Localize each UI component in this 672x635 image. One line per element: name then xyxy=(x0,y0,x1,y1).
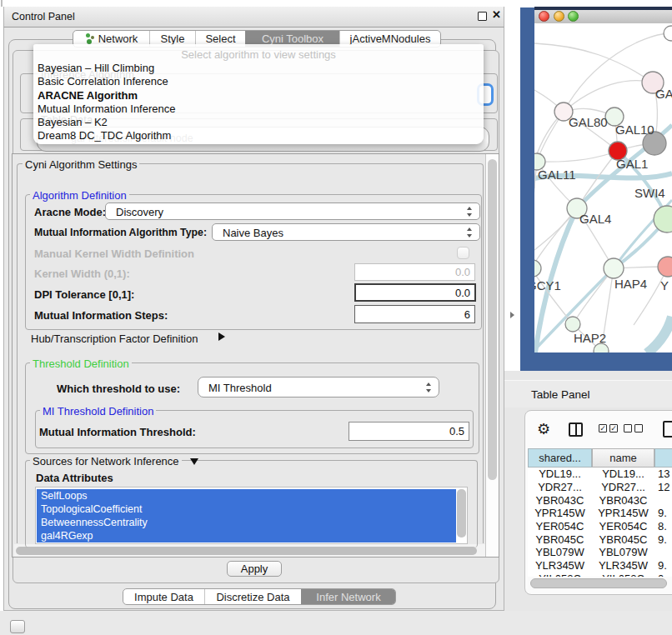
aracne-mode-select[interactable]: Discovery xyxy=(105,202,480,220)
network-canvas[interactable]: GAL7GAL80GAL10GAL1GAL11SWI4GAL4GCY1HAP4Y… xyxy=(534,23,672,352)
bottom-background xyxy=(0,611,672,635)
close-window-icon[interactable] xyxy=(539,11,549,22)
node-label: GAL4 xyxy=(579,212,611,226)
table-row[interactable]: YBR045CYBR045C9. xyxy=(528,532,672,546)
table-cell: YER054C xyxy=(592,520,654,533)
dropdown-items: Bayesian – Hill ClimbingBasic Correlatio… xyxy=(38,62,479,143)
split-pane-arrow-icon[interactable] xyxy=(510,312,514,318)
network-node[interactable] xyxy=(604,258,624,278)
node-label: GAL10 xyxy=(615,122,654,137)
minimized-panel-icon[interactable] xyxy=(10,620,25,633)
algorithm-option[interactable]: ARACNE Algorithm xyxy=(38,89,479,102)
table-panel-title: Table Panel xyxy=(531,388,590,401)
node-label: GCY1 xyxy=(534,278,561,292)
cyni-bottom-tabs: Impute Data Discretize Data Infer Networ… xyxy=(123,588,396,605)
node-label: HAP4 xyxy=(614,277,647,291)
select-all-checkbox-icon2[interactable]: ✓ xyxy=(609,424,618,432)
which-threshold-label: Which threshold to use: xyxy=(57,382,180,395)
table-cell: YPR145W xyxy=(592,507,654,520)
mi-type-label: Mutual Information Algorithm Type: xyxy=(34,227,207,238)
column-header-3[interactable] xyxy=(654,448,672,468)
hub-expand-arrow-icon[interactable] xyxy=(218,332,225,341)
data-attributes-list[interactable]: SelfLoopsTopologicalCoefficientBetweenne… xyxy=(35,487,468,544)
table-settings-gear-icon[interactable]: ⚙ xyxy=(537,420,550,438)
table-row[interactable]: YDR27...YDR27...12 xyxy=(528,481,672,494)
node-label: GAL80 xyxy=(569,115,608,129)
control-panel-titlebar xyxy=(3,7,504,28)
settings-hscrollbar-thumb[interactable] xyxy=(16,547,477,555)
table-row[interactable]: YPR145WYPR145W9. xyxy=(528,507,672,520)
algorithm-option[interactable]: Bayesian – K2 xyxy=(38,116,479,129)
aracne-mode-label: Aracne Mode: xyxy=(34,206,106,218)
attribute-item[interactable]: SelfLoops xyxy=(37,489,456,502)
node-label: GAL11 xyxy=(538,168,576,182)
attribute-item[interactable]: gal4RGexp xyxy=(37,529,456,542)
apply-button[interactable]: Apply xyxy=(227,561,282,577)
table-row[interactable]: YBL079WYBL079W xyxy=(528,546,672,559)
sources-collapse-arrow-icon[interactable] xyxy=(190,458,198,465)
algorithm-option[interactable]: Dream8 DC_TDC Algorithm xyxy=(38,129,479,142)
attributes-list-scrollbar[interactable] xyxy=(457,489,466,538)
close-panel-button[interactable]: ✕ xyxy=(492,8,501,21)
table-row[interactable]: YDL19...YDL19...13 xyxy=(528,468,672,481)
table-row[interactable]: YLR345WYLR345W9. xyxy=(528,559,672,572)
dpi-tolerance-input[interactable]: 0.0 xyxy=(354,283,476,302)
table-cell: YER054C xyxy=(528,520,592,533)
which-threshold-select[interactable]: MI Threshold xyxy=(198,377,439,398)
table-row[interactable]: YBR043CYBR043C xyxy=(528,493,672,507)
table-cell: 13 xyxy=(654,468,672,481)
kernel-width-input[interactable]: 0.0 xyxy=(354,263,475,281)
function-builder-icon[interactable] xyxy=(663,421,672,438)
attribute-item[interactable]: TopologicalCoefficient xyxy=(37,502,456,516)
mi-steps-input[interactable]: 6 xyxy=(354,305,475,323)
mi-steps-label: Mutual Information Steps: xyxy=(34,309,168,322)
dpi-tolerance-label: DPI Tolerance [0,1]: xyxy=(34,288,134,301)
table-hscrollbar-thumb[interactable] xyxy=(530,578,667,588)
mi-threshold-input[interactable]: 0.5 xyxy=(349,422,469,441)
network-node[interactable] xyxy=(565,317,580,332)
select-all-checkbox-icon[interactable]: ✓ xyxy=(599,424,607,432)
deselect-all-checkbox-icon[interactable] xyxy=(624,424,632,432)
column-visibility-icon[interactable] xyxy=(569,422,583,437)
table-row[interactable]: YER054CYER054C8. xyxy=(528,520,672,533)
app-root: Control Panel ✕ Network Style Select Cyn… xyxy=(0,0,672,635)
mi-type-select[interactable]: Naive Bayes xyxy=(212,223,480,241)
table-cell: YLR345W xyxy=(528,559,592,572)
algorithm-option[interactable]: Mutual Information Inference xyxy=(38,102,479,116)
network-window-top-edge xyxy=(534,7,672,10)
algorithm-option[interactable]: Bayesian – Hill Climbing xyxy=(38,62,479,75)
data-attributes-label: Data Attributes xyxy=(36,472,113,484)
table-cell: YDL19... xyxy=(528,468,592,481)
node-label: SWI4 xyxy=(634,186,665,200)
table-cell: YLR345W xyxy=(592,559,654,572)
tab-impute-data[interactable]: Impute Data xyxy=(123,589,204,604)
table-cell xyxy=(654,493,672,507)
table-cell: YBL079W xyxy=(592,546,654,559)
settings-vscrollbar-thumb[interactable] xyxy=(488,159,497,480)
control-panel-title: Control Panel xyxy=(12,11,75,22)
column-header-shared-name[interactable]: shared... xyxy=(528,448,592,468)
table-cell: YDR27... xyxy=(528,481,592,494)
hub-definition-label: Hub/Transcription Factor Definition xyxy=(31,332,198,345)
zoom-window-icon[interactable] xyxy=(568,11,579,22)
column-header-name[interactable]: name xyxy=(592,448,654,468)
tab-discretize-data[interactable]: Discretize Data xyxy=(204,589,301,604)
minimize-window-icon[interactable] xyxy=(554,11,564,22)
table-cell: YDL19... xyxy=(592,468,654,481)
table-cell xyxy=(654,546,672,559)
manual-kernel-label: Manual Kernel Width Definition xyxy=(34,248,194,260)
combo-arrows-icon xyxy=(467,228,473,238)
algorithm-option[interactable]: Basic Correlation Inference xyxy=(38,75,479,88)
table-cell: 9. xyxy=(654,559,672,572)
network-node[interactable] xyxy=(658,257,672,277)
tab-infer-network[interactable]: Infer Network xyxy=(301,589,395,604)
float-window-button[interactable] xyxy=(478,12,487,21)
attribute-item[interactable]: BetweennessCentrality xyxy=(37,516,456,529)
table-cell: 8. xyxy=(654,520,672,533)
table-cell: 9. xyxy=(654,507,672,520)
node-label: HAP2 xyxy=(574,331,606,345)
table-cell: YDR27... xyxy=(592,481,654,494)
manual-kernel-checkbox[interactable] xyxy=(457,247,469,259)
deselect-all-checkbox-icon2[interactable] xyxy=(634,424,643,432)
table-cell: YBR045C xyxy=(528,532,592,546)
